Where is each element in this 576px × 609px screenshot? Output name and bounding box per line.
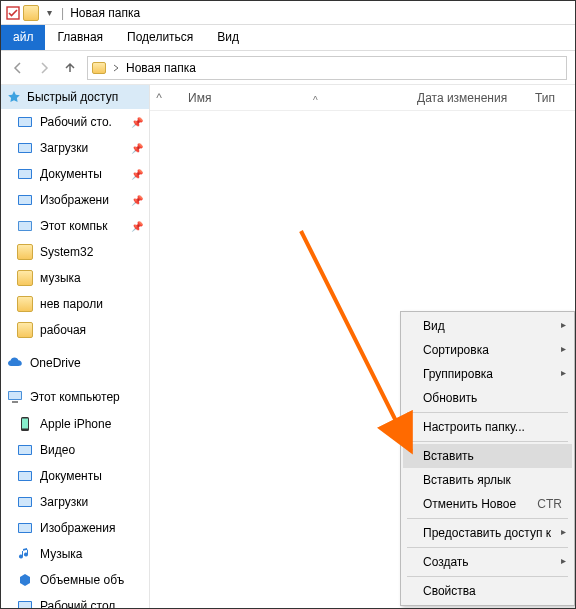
sidebar-item[interactable]: Рабочий сто.📌 (1, 109, 149, 135)
sidebar-item-label: Документы (40, 469, 102, 483)
sidebar-item-label: System32 (40, 245, 93, 259)
svg-rect-17 (19, 446, 31, 454)
svg-rect-4 (19, 144, 31, 152)
sidebar: Быстрый доступ Рабочий сто.📌Загрузки📌Док… (1, 85, 150, 608)
col-type[interactable]: Тип (535, 91, 575, 105)
ctx-sort[interactable]: Сортировка (403, 338, 572, 362)
ctx-refresh[interactable]: Обновить (403, 386, 572, 410)
nav-up-icon[interactable] (61, 59, 79, 77)
sidebar-item-label: Изображения (40, 521, 115, 535)
sidebar-item[interactable]: Изображения (1, 515, 149, 541)
ctx-paste-shortcut[interactable]: Вставить ярлык (403, 468, 572, 492)
ctx-group[interactable]: Группировка (403, 362, 572, 386)
ctx-paste[interactable]: Вставить (403, 444, 572, 468)
sidebar-item[interactable]: музыка (1, 265, 149, 291)
ctx-customize[interactable]: Настроить папку... (403, 415, 572, 439)
qat-folder-icon[interactable] (23, 5, 39, 21)
sidebar-item-label: Изображени (40, 193, 109, 207)
sidebar-item-label: Объемные объ (40, 573, 124, 587)
ctx-sep (407, 576, 568, 577)
ctx-new[interactable]: Создать (403, 550, 572, 574)
pin-icon: 📌 (131, 169, 143, 180)
sidebar-item[interactable]: рабочая (1, 317, 149, 343)
column-headers: ^ Имя ^ Дата изменения Тип (150, 85, 575, 111)
context-menu: Вид Сортировка Группировка Обновить Наст… (400, 311, 575, 606)
sidebar-item-label: Видео (40, 443, 75, 457)
sidebar-item-label: Рабочий сто. (40, 115, 112, 129)
sidebar-item-label: нев пароли (40, 297, 103, 311)
sidebar-item[interactable]: System32 (1, 239, 149, 265)
svg-rect-12 (9, 392, 21, 399)
svg-rect-15 (22, 419, 28, 429)
sidebar-item[interactable]: Apple iPhone (1, 411, 149, 437)
onedrive-icon (7, 355, 23, 371)
sidebar-item-label: рабочая (40, 323, 86, 337)
sidebar-thispc[interactable]: Этот компьютер (1, 383, 149, 411)
sidebar-item[interactable]: нев пароли (1, 291, 149, 317)
svg-rect-25 (19, 602, 31, 608)
ctx-sep (407, 518, 568, 519)
sidebar-item-label: Apple iPhone (40, 417, 111, 431)
window-title: Новая папка (70, 6, 140, 20)
qat-dropdown-icon[interactable]: ▾ (41, 5, 57, 21)
nav-back-icon[interactable] (9, 59, 27, 77)
ctx-undo-key: CTR (537, 497, 562, 511)
nav-forward-icon[interactable] (35, 59, 53, 77)
col-name[interactable]: Имя ^ (168, 91, 417, 105)
sidebar-item-label: Документы (40, 167, 102, 181)
tab-view[interactable]: Вид (205, 25, 251, 50)
address-box[interactable]: Новая папка (87, 56, 567, 80)
tab-file[interactable]: айл (1, 25, 45, 50)
sidebar-item[interactable]: Документы (1, 463, 149, 489)
sidebar-quick-access[interactable]: Быстрый доступ (1, 85, 149, 109)
titlebar: ▾ | Новая папка (1, 1, 575, 25)
sidebar-item-label: Этот компьютер (30, 390, 120, 404)
ctx-properties[interactable]: Свойства (403, 579, 572, 603)
sort-caret-icon: ^ (313, 95, 318, 106)
sidebar-item-label: Рабочий стол (40, 599, 115, 608)
svg-rect-10 (19, 222, 31, 230)
sidebar-item[interactable]: Загрузки (1, 489, 149, 515)
ctx-share[interactable]: Предоставить доступ к (403, 521, 572, 545)
ctx-undo[interactable]: Отменить Новое CTR (403, 492, 572, 516)
col-date[interactable]: Дата изменения (417, 91, 535, 105)
sidebar-item[interactable]: Объемные объ (1, 567, 149, 593)
star-icon (7, 90, 21, 104)
sidebar-item-label: Этот компьк (40, 219, 108, 233)
ctx-sep (407, 412, 568, 413)
svg-rect-23 (19, 524, 31, 532)
sidebar-item[interactable]: Этот компьк📌 (1, 213, 149, 239)
pin-icon: 📌 (131, 195, 143, 206)
pin-icon: 📌 (131, 117, 143, 128)
sidebar-item-label: музыка (40, 271, 81, 285)
ctx-undo-label: Отменить Новое (423, 497, 516, 511)
sidebar-item[interactable]: Видео (1, 437, 149, 463)
app-icon (5, 5, 21, 21)
tab-home[interactable]: Главная (45, 25, 115, 50)
addressbar: Новая папка (1, 51, 575, 85)
pin-icon: 📌 (131, 143, 143, 154)
sidebar-section-label: Быстрый доступ (27, 90, 118, 104)
svg-rect-21 (19, 498, 31, 506)
sidebar-item[interactable]: Загрузки📌 (1, 135, 149, 161)
svg-rect-8 (19, 196, 31, 204)
ctx-sep (407, 547, 568, 548)
svg-rect-13 (12, 401, 18, 403)
breadcrumb[interactable]: Новая папка (126, 61, 196, 75)
ribbon-tabs: айл Главная Поделиться Вид (1, 25, 575, 51)
pin-icon: 📌 (131, 221, 143, 232)
chevron-right-icon (112, 64, 120, 72)
sidebar-item[interactable]: Изображени📌 (1, 187, 149, 213)
sidebar-item-label: OneDrive (30, 356, 81, 370)
scroll-up-icon[interactable]: ^ (150, 91, 168, 105)
sidebar-item[interactable]: Рабочий стол (1, 593, 149, 608)
thispc-icon (7, 389, 23, 405)
sidebar-item-label: Загрузки (40, 141, 88, 155)
ctx-view[interactable]: Вид (403, 314, 572, 338)
sidebar-item[interactable]: Музыка (1, 541, 149, 567)
sidebar-onedrive[interactable]: OneDrive (1, 349, 149, 377)
svg-rect-19 (19, 472, 31, 480)
tab-share[interactable]: Поделиться (115, 25, 205, 50)
sidebar-item[interactable]: Документы📌 (1, 161, 149, 187)
sidebar-item-label: Загрузки (40, 495, 88, 509)
